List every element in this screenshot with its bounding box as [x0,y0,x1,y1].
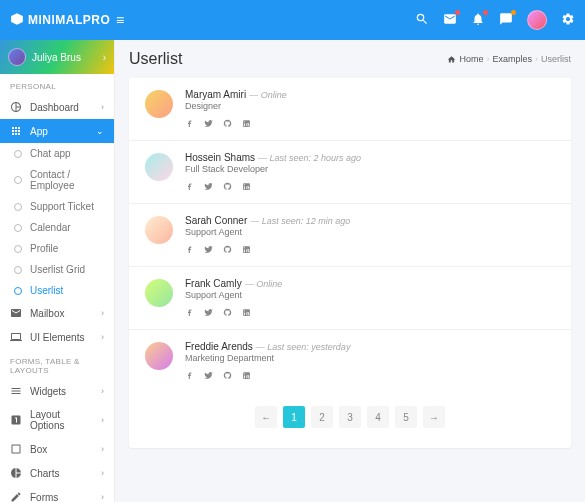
github-icon[interactable] [223,371,232,382]
user-name[interactable]: Freddie Arends [185,341,253,352]
user-photo[interactable] [145,216,173,244]
chevron-down-icon: ⌄ [96,126,104,136]
nav-sub-profile[interactable]: Profile [0,238,114,259]
facebook-icon[interactable] [185,371,194,382]
nav-sub-ticket[interactable]: Support Ticket [0,196,114,217]
user-row: Sarah Conner— Last seen: 12 min agoSuppo… [129,204,571,267]
circle-icon [14,224,22,232]
search-icon[interactable] [415,12,429,28]
nav-mailbox[interactable]: Mailbox › [0,301,114,325]
breadcrumb-sep: › [486,54,489,64]
nav-dashboard[interactable]: Dashboard › [0,95,114,119]
linkedin-icon[interactable] [242,182,251,193]
circle-icon [14,266,22,274]
twitter-icon[interactable] [204,245,213,256]
user-photo[interactable] [145,90,173,118]
facebook-icon[interactable] [185,182,194,193]
nav-ui[interactable]: UI Elements › [0,325,114,349]
linkedin-icon[interactable] [242,371,251,382]
user-photo[interactable] [145,342,173,370]
nav-app[interactable]: App ⌄ [0,119,114,143]
layout-icon [10,414,22,426]
mail-badge [455,10,460,15]
circle-icon [14,176,22,184]
user-role: Support Agent [185,290,555,300]
github-icon[interactable] [223,308,232,319]
facebook-icon[interactable] [185,119,194,130]
mailbox-icon [10,307,22,319]
user-photo[interactable] [145,153,173,181]
edit-icon [10,491,22,502]
facebook-icon[interactable] [185,245,194,256]
twitter-icon[interactable] [204,182,213,193]
nav-sub-userlist-label: Userlist [30,285,63,296]
breadcrumb-sep: › [535,54,538,64]
user-info: Hossein Shams— Last seen: 2 hours agoFul… [185,151,555,193]
user-name[interactable]: Sarah Conner [185,215,247,226]
bell-icon[interactable] [471,12,485,28]
nav-sub-chat[interactable]: Chat app [0,143,114,164]
nav-widgets[interactable]: Widgets › [0,379,114,403]
facebook-icon[interactable] [185,308,194,319]
page-2[interactable]: 2 [311,406,333,428]
nav-layout[interactable]: Layout Options › [0,403,114,437]
pagination: ← 1 2 3 4 5 → [129,392,571,448]
user-info: Maryam Amiri— OnlineDesigner [185,88,555,130]
github-icon[interactable] [223,245,232,256]
chevron-right-icon: › [101,468,104,478]
page-3[interactable]: 3 [339,406,361,428]
github-icon[interactable] [223,119,232,130]
page-1[interactable]: 1 [283,406,305,428]
brand-text: MINIMALPRO [28,13,110,27]
nav-widgets-label: Widgets [30,386,66,397]
sidebar-user[interactable]: Juliya Brus › [0,40,114,74]
page-prev[interactable]: ← [255,406,277,428]
nav-sub-calendar-label: Calendar [30,222,71,233]
github-icon[interactable] [223,182,232,193]
twitter-icon[interactable] [204,308,213,319]
nav-charts[interactable]: Charts › [0,461,114,485]
twitter-icon[interactable] [204,119,213,130]
user-role: Designer [185,101,555,111]
crumb-home[interactable]: Home [459,54,483,64]
dashboard-icon [10,101,22,113]
main-content: Userlist Home › Examples › Userlist Mary… [115,40,585,502]
menu-toggle-icon[interactable]: ≡ [110,12,130,28]
linkedin-icon[interactable] [242,308,251,319]
nav-dashboard-label: Dashboard [30,102,79,113]
crumb-examples[interactable]: Examples [492,54,532,64]
nav-box[interactable]: Box › [0,437,114,461]
home-icon [447,55,456,64]
user-role: Support Agent [185,227,555,237]
apps-icon [10,125,22,137]
page-5[interactable]: 5 [395,406,417,428]
nav-mailbox-label: Mailbox [30,308,64,319]
twitter-icon[interactable] [204,371,213,382]
gear-icon[interactable] [561,12,575,28]
brand[interactable]: MINIMALPRO [10,12,110,29]
nav-sub-calendar[interactable]: Calendar [0,217,114,238]
user-status: — Online [249,90,287,100]
user-info: Freddie Arends— Last seen: yesterdayMark… [185,340,555,382]
user-photo[interactable] [145,279,173,307]
nav-sub-contact[interactable]: Contact / Employee [0,164,114,196]
page-next[interactable]: → [423,406,445,428]
user-avatar[interactable] [527,10,547,30]
user-row: Freddie Arends— Last seen: yesterdayMark… [129,330,571,392]
user-name[interactable]: Frank Camly [185,278,242,289]
breadcrumb: Home › Examples › Userlist [447,54,571,64]
nav-ui-label: UI Elements [30,332,84,343]
linkedin-icon[interactable] [242,119,251,130]
linkedin-icon[interactable] [242,245,251,256]
nav-forms[interactable]: Forms › [0,485,114,502]
chat-icon[interactable] [499,12,513,28]
nav-section-personal: PERSONAL [0,74,114,95]
user-name[interactable]: Maryam Amiri [185,89,246,100]
user-name[interactable]: Hossein Shams [185,152,255,163]
user-socials [185,371,555,382]
nav-sub-usergrid[interactable]: Userlist Grid [0,259,114,280]
top-header: MINIMALPRO ≡ [0,0,585,40]
page-4[interactable]: 4 [367,406,389,428]
mail-icon[interactable] [443,12,457,28]
nav-sub-userlist[interactable]: Userlist [0,280,114,301]
